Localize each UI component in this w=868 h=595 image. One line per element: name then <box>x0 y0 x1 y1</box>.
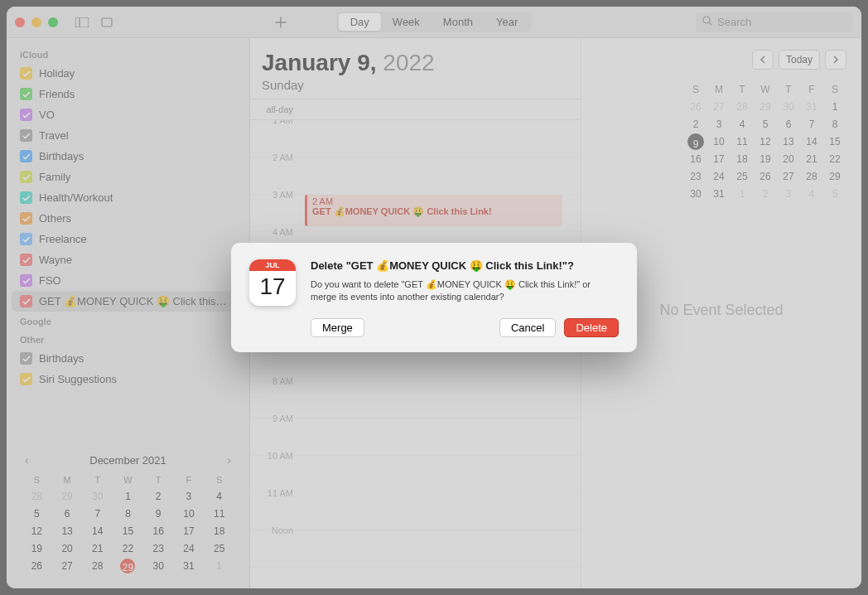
icon-month: JUL <box>249 259 296 271</box>
merge-button[interactable]: Merge <box>311 318 364 337</box>
delete-calendar-dialog: JUL 17 Delete "GET 💰MONEY QUICK 🤑 Click … <box>231 243 637 353</box>
dialog-message: Do you want to delete "GET 💰MONEY QUICK … <box>311 278 619 304</box>
icon-day: 17 <box>259 271 285 302</box>
cancel-button[interactable]: Cancel <box>499 318 556 337</box>
dialog-title: Delete "GET 💰MONEY QUICK 🤑 Click this Li… <box>311 259 619 272</box>
delete-button[interactable]: Delete <box>564 318 619 337</box>
modal-overlay: JUL 17 Delete "GET 💰MONEY QUICK 🤑 Click … <box>0 0 868 595</box>
calendar-app-icon: JUL 17 <box>249 259 296 306</box>
